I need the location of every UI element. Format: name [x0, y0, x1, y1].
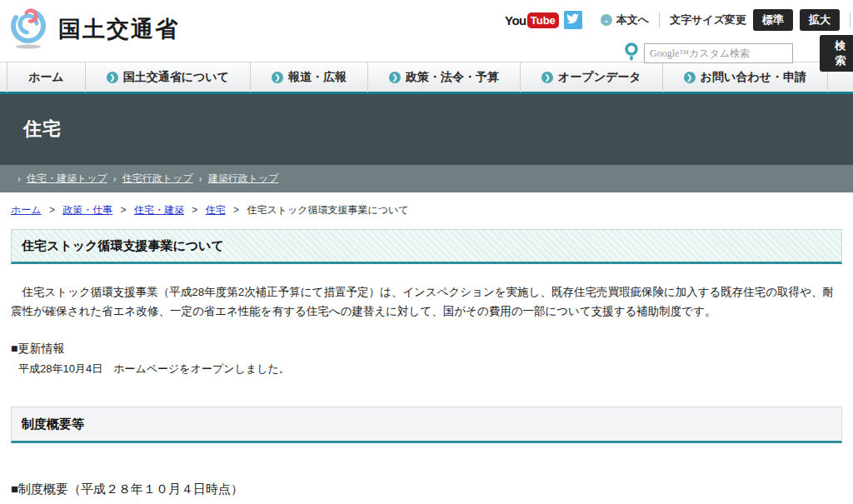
youtube-link[interactable]: You Tube [505, 12, 559, 28]
chevron-right-icon: ❯ [107, 72, 118, 83]
nav-item-policy[interactable]: ❯政策・法令・予算 [367, 62, 520, 92]
category-banner: 住宅 [0, 94, 853, 165]
category-breadcrumb-link-housing-admin-top[interactable]: 住宅行政トップ [122, 172, 193, 186]
breadcrumb-separator: > [121, 204, 127, 216]
chevron-icon: › [113, 173, 117, 185]
breadcrumb-separator: > [192, 204, 197, 216]
youtube-logo-tube: Tube [527, 12, 559, 28]
divider [850, 12, 851, 27]
font-large-button[interactable]: 拡大 [800, 9, 840, 31]
category-breadcrumb-link-building-admin-top[interactable]: 建築行政トップ [208, 172, 279, 186]
font-standard-button[interactable]: 標準 [753, 9, 793, 31]
chevron-right-icon: ❯ [541, 72, 553, 83]
breadcrumb-link-home[interactable]: ホーム [11, 204, 42, 216]
skip-to-content-label: 本文へ [616, 12, 649, 27]
site-header: 国土交通省 You Tube ⌄ 本文へ 文字サイズ変更 標準 拡大 [0, 0, 853, 62]
mlit-logo-icon [8, 5, 52, 53]
breadcrumb-link-policy[interactable]: 政策・仕事 [62, 204, 112, 216]
utility-bar: You Tube ⌄ 本文へ 文字サイズ変更 標準 拡大 音声読み上げ [505, 9, 853, 31]
nav-item-home[interactable]: ホーム [7, 62, 85, 92]
search-pin-icon [624, 42, 639, 66]
breadcrumb-separator: > [49, 204, 55, 216]
font-size-label: 文字サイズ変更 [670, 12, 746, 27]
twitter-link[interactable] [564, 11, 582, 29]
intro-paragraph: 住宅ストック循環支援事業（平成28年度第2次補正予算にて措置予定）は、インスペク… [11, 282, 842, 321]
chevron-icon: › [17, 173, 21, 185]
chevron-icon: › [199, 173, 202, 185]
nav-item-about[interactable]: ❯国土交通省について [85, 62, 250, 92]
breadcrumb-separator: > [233, 204, 239, 216]
overview-heading: ■制度概要（平成２８年１０月４日時点） [11, 482, 842, 497]
youtube-logo-you: You [505, 13, 526, 27]
category-title: 住宅 [0, 94, 853, 142]
search-button[interactable]: 検索 [820, 35, 853, 72]
update-info-heading: ■更新情報 [11, 342, 842, 357]
update-info-item: 平成28年10月4日 ホームページをオープンしました。 [11, 362, 842, 377]
category-breadcrumb-link-housing-architecture-top[interactable]: 住宅・建築トップ [27, 172, 107, 186]
chevron-right-icon: ❯ [389, 72, 401, 83]
section-heading-overview: 制度概要等 [11, 407, 842, 443]
twitter-bird-icon [566, 12, 579, 27]
search-input[interactable] [644, 43, 793, 63]
site-logo-link[interactable]: 国土交通省 [8, 5, 179, 53]
site-name: 国土交通省 [58, 14, 179, 44]
chevron-down-icon: ⌄ [601, 14, 612, 26]
breadcrumb: ホーム > 政策・仕事 > 住宅・建築 > 住宅 > 住宅ストック循環支援事業に… [11, 203, 842, 217]
nav-item-press[interactable]: ❯報道・広報 [250, 62, 367, 92]
search-bar: 検索 [624, 35, 853, 72]
breadcrumb-current: 住宅ストック循環支援事業について [247, 204, 408, 216]
divider [659, 12, 660, 27]
page-title: 住宅ストック循環支援事業について [11, 229, 842, 264]
skip-to-content-link[interactable]: ⌄ 本文へ [601, 12, 649, 27]
category-breadcrumb: › 住宅・建築トップ › 住宅行政トップ › 建築行政トップ [0, 165, 853, 192]
chevron-right-icon: ❯ [272, 72, 283, 83]
main-content: ホーム > 政策・仕事 > 住宅・建築 > 住宅 > 住宅ストック循環支援事業に… [0, 203, 853, 504]
breadcrumb-link-housing[interactable]: 住宅 [206, 204, 226, 216]
breadcrumb-link-housing-architecture[interactable]: 住宅・建築 [134, 204, 184, 216]
chevron-right-icon: ❯ [684, 72, 696, 83]
